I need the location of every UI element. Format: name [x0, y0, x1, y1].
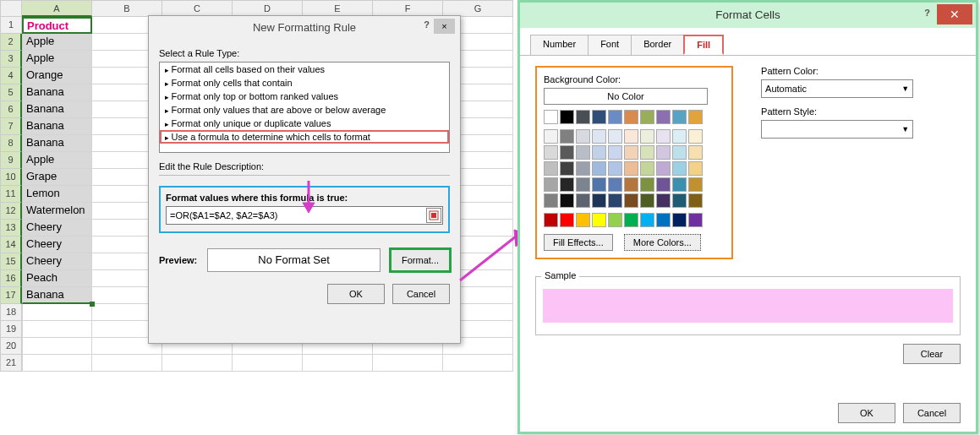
color-swatch[interactable]	[672, 213, 687, 227]
color-swatch[interactable]	[608, 193, 622, 208]
color-swatch[interactable]	[592, 193, 606, 208]
tab-fill[interactable]: Fill	[683, 35, 724, 55]
cell[interactable]: Peach	[22, 270, 92, 287]
cell[interactable]: Banana	[22, 118, 92, 135]
cell[interactable]: Apple	[22, 34, 92, 51]
cell[interactable]	[373, 355, 443, 372]
color-swatch[interactable]	[656, 161, 671, 176]
close-icon[interactable]: ✕	[937, 4, 972, 24]
color-swatch[interactable]	[656, 145, 671, 160]
color-swatch[interactable]	[592, 129, 606, 144]
column-header[interactable]: A	[22, 0, 92, 17]
cell[interactable]	[22, 355, 92, 372]
cell[interactable]: Banana	[22, 101, 92, 118]
color-swatch[interactable]	[608, 145, 622, 160]
row-header[interactable]: 14	[0, 237, 22, 253]
color-swatch[interactable]	[672, 145, 687, 160]
color-swatch[interactable]	[576, 193, 590, 208]
color-swatch[interactable]	[576, 213, 590, 227]
ok-button[interactable]: OK	[838, 403, 895, 423]
color-swatch[interactable]	[640, 177, 654, 192]
tab-number[interactable]: Number	[530, 35, 589, 55]
color-swatch[interactable]	[640, 193, 654, 208]
row-header[interactable]: 12	[0, 203, 22, 220]
color-swatch[interactable]	[576, 177, 590, 192]
no-color-button[interactable]: No Color	[544, 88, 708, 105]
color-swatch[interactable]	[592, 110, 606, 124]
color-swatch[interactable]	[672, 110, 687, 124]
row-header[interactable]: 11	[0, 186, 22, 203]
cell[interactable]	[303, 355, 373, 372]
row-header[interactable]: 1	[0, 17, 22, 34]
row-header[interactable]: 5	[0, 84, 22, 101]
color-swatch[interactable]	[656, 110, 671, 124]
row-header[interactable]: 10	[0, 169, 22, 186]
cell[interactable]: Grape	[22, 169, 92, 186]
cell[interactable]: Cheery	[22, 237, 92, 253]
color-swatch[interactable]	[608, 213, 622, 227]
rule-type-item[interactable]: Format only top or bottom ranked values	[160, 90, 449, 103]
color-swatch[interactable]	[560, 213, 574, 227]
color-swatch[interactable]	[544, 129, 558, 144]
color-swatch[interactable]	[576, 110, 590, 124]
rule-type-item[interactable]: Format only values that are above or bel…	[160, 103, 449, 117]
rule-type-listbox[interactable]: Format all cells based on their valuesFo…	[159, 62, 450, 153]
row-header[interactable]: 13	[0, 220, 22, 237]
color-swatch[interactable]	[544, 161, 558, 176]
cell[interactable]: Banana	[22, 135, 92, 152]
more-colors-button[interactable]: More Colors...	[624, 234, 701, 251]
cell[interactable]: Orange	[22, 68, 92, 84]
color-swatch[interactable]	[592, 177, 606, 192]
color-swatch[interactable]	[624, 177, 638, 192]
color-swatch[interactable]	[656, 129, 671, 144]
cell[interactable]: Apple	[22, 152, 92, 169]
pattern-color-combo[interactable]: Automatic ▼	[761, 79, 913, 98]
row-header[interactable]: 19	[0, 321, 22, 338]
column-header[interactable]: D	[233, 0, 303, 17]
row-header[interactable]: 4	[0, 68, 22, 84]
row-header[interactable]: 6	[0, 101, 22, 118]
format-button[interactable]: Format...	[391, 249, 450, 271]
color-swatch[interactable]	[624, 145, 638, 160]
color-swatch[interactable]	[624, 129, 638, 144]
row-header[interactable]: 3	[0, 51, 22, 68]
row-header[interactable]: 7	[0, 118, 22, 135]
color-swatch[interactable]	[624, 110, 638, 124]
cancel-button[interactable]: Cancel	[903, 403, 961, 423]
color-swatch[interactable]	[560, 193, 574, 208]
row-header[interactable]: 16	[0, 270, 22, 287]
cell[interactable]	[22, 304, 92, 321]
rule-type-item[interactable]: Use a formula to determine which cells t…	[160, 130, 449, 144]
color-swatch[interactable]	[544, 145, 558, 160]
row-header[interactable]: 15	[0, 253, 22, 270]
color-swatch[interactable]	[672, 161, 687, 176]
clear-button[interactable]: Clear	[903, 344, 961, 364]
color-swatch[interactable]	[560, 129, 574, 144]
color-swatch[interactable]	[688, 193, 703, 208]
cell[interactable]	[233, 355, 303, 372]
color-swatch[interactable]	[592, 213, 606, 227]
color-swatch[interactable]	[640, 129, 654, 144]
color-swatch[interactable]	[576, 129, 590, 144]
color-swatch[interactable]	[688, 129, 703, 144]
color-swatch[interactable]	[640, 161, 654, 176]
selection-handle[interactable]	[90, 302, 95, 307]
pattern-style-combo[interactable]: ▼	[761, 120, 913, 139]
color-swatch[interactable]	[544, 177, 558, 192]
color-swatch[interactable]	[560, 161, 574, 176]
color-swatch[interactable]	[608, 177, 622, 192]
color-swatch[interactable]	[656, 193, 671, 208]
color-swatch[interactable]	[608, 161, 622, 176]
color-swatch[interactable]	[688, 213, 703, 227]
color-swatch[interactable]	[576, 145, 590, 160]
color-swatch[interactable]	[624, 161, 638, 176]
row-header[interactable]: 8	[0, 135, 22, 152]
cell[interactable]	[22, 338, 92, 355]
color-swatch[interactable]	[544, 213, 558, 227]
color-swatch[interactable]	[688, 161, 703, 176]
color-swatch[interactable]	[672, 193, 687, 208]
cell[interactable]	[443, 355, 513, 372]
cell[interactable]: Watermelon	[22, 203, 92, 220]
color-swatch[interactable]	[544, 193, 558, 208]
color-swatch[interactable]	[560, 145, 574, 160]
